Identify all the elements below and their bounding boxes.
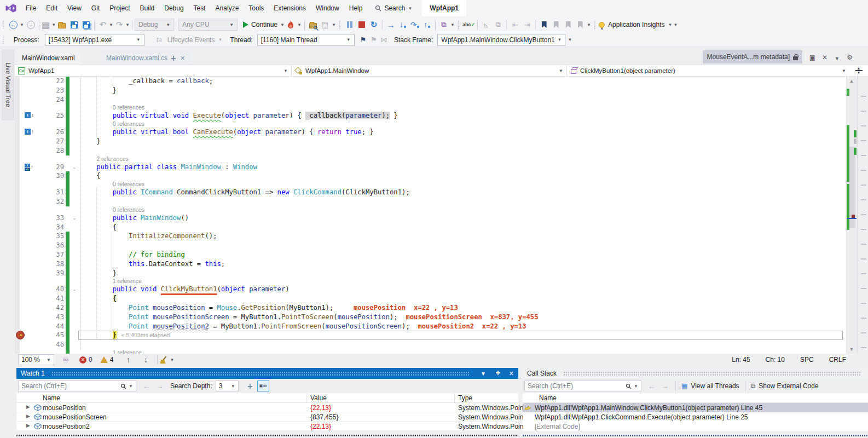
callstack-frame-row[interactable]: WpfApp1.dll!WpfApp1.MainWindow.ClickMyBu… <box>523 403 868 412</box>
gear-icon[interactable]: ⚙ <box>847 54 853 61</box>
indent-increase-button[interactable]: ⇥ <box>521 18 533 31</box>
prev-bookmark-button[interactable] <box>550 18 562 31</box>
margin-indicator-icon[interactable]: I↑ <box>25 129 34 135</box>
expander-icon[interactable]: ▶ <box>26 413 30 419</box>
undo-dropdown[interactable]: ▼ <box>109 18 113 31</box>
project-dropdown[interactable]: C# WpfApp1▼ <box>15 65 292 76</box>
next-issue-button[interactable]: ↓ <box>140 353 152 366</box>
watch-value[interactable]: {22,13} <box>310 404 331 412</box>
split-window-button[interactable]: ▲▼ <box>849 65 868 77</box>
pause-button[interactable] <box>344 18 356 31</box>
code-editor[interactable]: 22 _callback = callback;23 }240 referenc… <box>15 77 846 354</box>
menu-analyze[interactable]: Analyze <box>211 0 244 16</box>
watch-panel-header[interactable]: Watch 1 ▼ ✕ <box>16 368 518 379</box>
close-icon[interactable]: ✕ <box>822 54 828 61</box>
watch-pin-toggle[interactable] <box>245 381 256 391</box>
watch-row[interactable]: ▶mousePosition{22,13}System.Windows.Poin… <box>16 403 518 412</box>
next-bookmark-button[interactable] <box>562 18 574 31</box>
solution-platform-combo[interactable]: Any CPU▼ <box>178 19 238 31</box>
intellitrace-button-1[interactable]: ⊾ <box>480 18 492 31</box>
search-next-button[interactable]: → <box>661 382 669 390</box>
menu-extensions[interactable]: Extensions <box>269 0 311 16</box>
watch-value[interactable]: {22,13} <box>310 423 331 430</box>
watch-name[interactable]: mousePosition2 <box>43 423 89 430</box>
save-button[interactable] <box>68 18 80 31</box>
type-dropdown[interactable]: WpfApp1.MainWindow▼ <box>292 65 567 76</box>
callstack-frame-row[interactable]: WpfApp1.dll!WpfApp1.ClickCommand.Execute… <box>523 412 868 422</box>
zoom-combo[interactable]: 100 %▼ <box>18 354 54 365</box>
stack-frame-combo[interactable]: WpfApp1.MainWindow.ClickMyButton1▼ <box>437 34 565 46</box>
navigate-forward-button[interactable]: → <box>25 18 37 31</box>
menu-search[interactable]: Search ▼ <box>375 4 412 12</box>
menu-build[interactable]: Build <box>135 0 160 16</box>
codelens-health-icon[interactable]: ♾ <box>60 353 72 366</box>
thread-combo[interactable]: [1160] Main Thread▼ <box>257 34 355 46</box>
step-out-button[interactable]: ↑ <box>421 18 433 31</box>
column-header-name[interactable]: Name <box>43 394 60 402</box>
solution-explorer-button[interactable]: ▤ <box>319 18 331 31</box>
menu-help[interactable]: Help <box>344 0 368 16</box>
tab-mainwindow-xaml-cs[interactable]: MainWindow.xaml.cs ✕ <box>101 51 190 65</box>
indent-decrease-button[interactable]: ⇤ <box>509 18 521 31</box>
solution-configuration-combo[interactable]: Debug▼ <box>135 19 174 31</box>
callstack-scrollbar[interactable] <box>523 435 868 436</box>
spell-check-button[interactable]: abc✓ <box>462 18 475 31</box>
code-cleanup-button[interactable]: ▼ <box>160 353 174 366</box>
watch-table-header[interactable]: NameValueType <box>16 393 518 403</box>
live-visual-tree-tab[interactable]: Live Visual Tree <box>2 49 14 120</box>
codelens-references[interactable]: 0 references <box>113 120 144 128</box>
process-combo[interactable]: [15432] WpfApp1.exe▼ <box>45 34 144 46</box>
toolbar-grip[interactable] <box>2 20 4 30</box>
restart-button[interactable]: ↻ <box>368 18 380 31</box>
hot-reload-button[interactable] <box>285 18 297 31</box>
bookmark-overflow[interactable]: ▼ <box>586 18 592 31</box>
callstack-panel-header[interactable]: Call Stack <box>523 368 868 379</box>
current-statement-arrow[interactable] <box>16 331 25 339</box>
menu-tools[interactable]: Tools <box>244 0 269 16</box>
column-header-name[interactable]: Name <box>539 394 557 402</box>
codelens-references[interactable]: 0 references <box>113 104 144 111</box>
codelens-references[interactable]: 1 reference <box>113 278 142 285</box>
flag-gray-icon-1[interactable]: ⚑ <box>371 36 377 44</box>
step-into-button[interactable]: ↓ <box>397 18 409 31</box>
show-next-statement-button[interactable]: → <box>385 18 397 31</box>
watch-scrollbar[interactable] <box>16 435 518 436</box>
menu-file[interactable]: File <box>21 0 41 16</box>
menu-git[interactable]: Git <box>86 0 105 16</box>
scroll-down-arrow[interactable]: ▼ <box>847 347 857 352</box>
search-depth-combo[interactable]: 3▼ <box>216 381 239 391</box>
keep-open-icon[interactable]: ▣ <box>809 54 815 61</box>
margin-indicator-icon[interactable]: Io↑ <box>25 164 33 171</box>
find-in-files-button[interactable] <box>307 18 319 31</box>
search-prev-button[interactable]: ← <box>143 382 151 390</box>
debugrow-grip[interactable] <box>2 35 4 44</box>
margin-indicator-icon[interactable]: I↑ <box>25 112 34 118</box>
column-header-value[interactable]: Value <box>310 394 327 402</box>
intellitrace-button-2[interactable]: ⧉ <box>492 18 504 31</box>
collapse-chevron-icon[interactable]: ⌄ <box>70 285 79 294</box>
stop-button[interactable] <box>356 18 368 31</box>
hot-reload-dropdown[interactable]: ▼ <box>297 18 302 31</box>
code-map-dropdown[interactable]: ▼ <box>450 18 455 31</box>
close-icon[interactable]: ✕ <box>509 370 514 377</box>
watch-row[interactable]: ▶mousePositionScreen{837,455}System.Wind… <box>16 412 518 422</box>
tab-list-dropdown[interactable]: ▼ <box>835 56 840 61</box>
continue-button[interactable]: Continue ▼ <box>243 18 285 31</box>
callstack-table-header[interactable]: Name <box>523 393 868 403</box>
expander-icon[interactable]: ▶ <box>26 423 30 428</box>
navigate-back-button[interactable]: ← <box>7 18 19 31</box>
scroll-up-arrow[interactable]: ▲ <box>847 78 857 84</box>
watch-name[interactable]: mousePositionScreen <box>43 413 107 421</box>
editor-vertical-scrollbar[interactable]: ▲ ▼ <box>846 77 857 354</box>
codelens-references[interactable]: 2 references <box>96 155 128 163</box>
view-all-threads-button[interactable]: ▦ View all Threads <box>681 382 739 390</box>
navigate-back-dropdown[interactable]: ▼ <box>19 18 25 31</box>
clear-bookmarks-button[interactable] <box>574 18 586 31</box>
codelens-references[interactable]: 0 references <box>113 206 144 214</box>
watch-search-input[interactable]: Search (Ctrl+E) ▼ <box>18 381 136 391</box>
flag-threads-icon[interactable]: ⚑ <box>360 36 367 44</box>
watch-row[interactable]: ▶mousePosition2{22,13}System.Windows.Poi… <box>16 422 518 431</box>
tab-mouseevent-metadata[interactable]: MouseEventA...m metadata] <box>703 50 802 64</box>
member-dropdown[interactable]: ClickMyButton1(object parameter)▼ <box>567 65 849 76</box>
expander-icon[interactable]: ▶ <box>26 404 30 410</box>
